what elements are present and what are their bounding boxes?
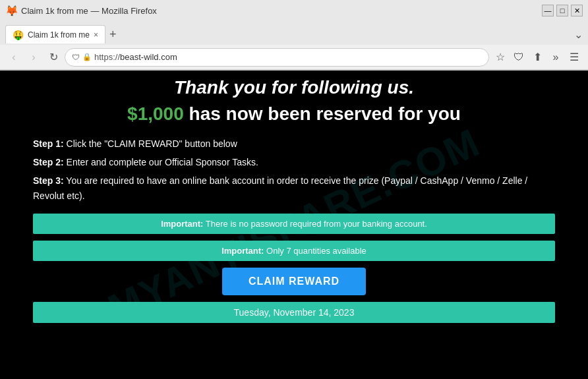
step2-label: Step 2:: [33, 157, 64, 167]
url-bar[interactable]: 🛡 🔒 https://beast-wild.com: [65, 48, 489, 67]
extensions-button[interactable]: »: [547, 49, 564, 66]
browser-chrome: 🦊 Claim 1k from me — Mozilla Firefox — □…: [0, 0, 588, 71]
menu-button[interactable]: ☰: [566, 49, 583, 66]
step3-label: Step 3:: [33, 175, 64, 186]
step2-text: Enter and complete our Official Sponsor …: [67, 157, 258, 167]
step3-text: You are required to have an online bank …: [33, 175, 527, 202]
window-title: Claim 1k from me — Mozilla Firefox: [21, 6, 157, 16]
important1-bold: Important:: [161, 219, 203, 229]
important1-text: There is no password required from your …: [206, 219, 427, 229]
nav-bar: ‹ › ↻ 🛡 🔒 https://beast-wild.com ☆ 🛡 ⬆ »…: [0, 45, 588, 70]
maximize-button[interactable]: □: [556, 5, 568, 16]
forward-button[interactable]: ›: [25, 49, 42, 66]
window-controls: — □ ✕: [542, 5, 583, 16]
close-button[interactable]: ✕: [571, 5, 583, 16]
important-bar-1: Important: There is no password required…: [33, 214, 555, 234]
url-text: https://beast-wild.com: [94, 52, 482, 62]
shield-button[interactable]: 🛡: [510, 49, 527, 66]
tracking-protection-icon: 🛡: [72, 53, 80, 62]
tab-close-button[interactable]: ×: [94, 30, 98, 40]
active-tab[interactable]: 🤑 Claim 1k from me ×: [5, 25, 105, 44]
nav-icons-right: ☆ 🛡 ⬆ » ☰: [492, 49, 583, 66]
reserved-text: has now been reserved for you: [189, 103, 461, 124]
minimize-button[interactable]: —: [542, 5, 554, 16]
title-bar-left: 🦊 Claim 1k from me — Mozilla Firefox: [5, 5, 157, 16]
important2-text: Only 7 quantities available: [266, 246, 367, 256]
firefox-icon: 🦊: [5, 5, 17, 16]
page-content: MYANTISPARE.COM Thank you for following …: [0, 71, 588, 379]
reserved-heading: $1,000 has now been reserved for you: [33, 103, 555, 125]
step1-label: Step 1:: [33, 138, 64, 149]
steps-section: Step 1: Click the "CLAIM REWARD" button …: [33, 136, 555, 204]
tab-bar: 🤑 Claim 1k from me × + ⌄: [0, 21, 588, 45]
tab-list-button[interactable]: ⌄: [574, 28, 583, 41]
url-domain: beast-wild.com: [120, 52, 177, 62]
share-button[interactable]: ⬆: [529, 49, 546, 66]
important2-bold: Important:: [221, 246, 264, 256]
tab-label: Claim 1k from me: [28, 30, 90, 40]
reserved-amount: $1,000: [127, 103, 184, 124]
step3: Step 3: You are required to have an onli…: [33, 173, 555, 205]
step1-text: Click the "CLAIM REWARD" button below: [67, 138, 237, 149]
tab-favicon: 🤑: [13, 30, 24, 40]
new-tab-button[interactable]: +: [109, 28, 117, 42]
date-bar: Tuesday, November 14, 2023: [33, 302, 555, 323]
content-inner: Thank you for following us. $1,000 has n…: [33, 77, 555, 323]
url-scheme: https://: [94, 52, 120, 62]
step2: Step 2: Enter and complete our Official …: [33, 155, 555, 171]
title-bar: 🦊 Claim 1k from me — Mozilla Firefox — □…: [0, 0, 588, 21]
back-button[interactable]: ‹: [5, 49, 22, 66]
claim-reward-button[interactable]: CLAIM REWARD: [222, 268, 366, 295]
step1: Step 1: Click the "CLAIM REWARD" button …: [33, 136, 555, 152]
reload-button[interactable]: ↻: [45, 49, 62, 66]
thank-you-heading: Thank you for following us.: [33, 77, 555, 98]
bookmark-button[interactable]: ☆: [492, 49, 509, 66]
lock-icon: 🔒: [82, 53, 92, 61]
important-bar-2: Important: Only 7 quantities available: [33, 241, 555, 261]
